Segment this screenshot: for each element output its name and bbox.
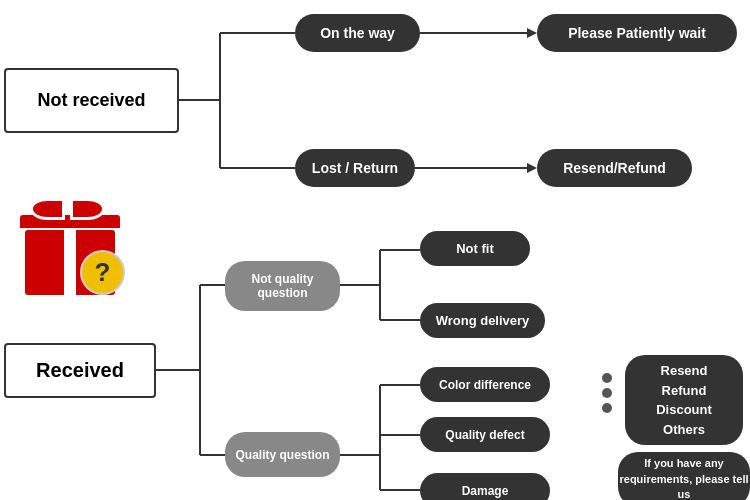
quality-question-box: Quality question [225, 432, 340, 477]
question-badge: ? [80, 250, 125, 295]
svg-marker-5 [527, 28, 537, 38]
not-fit-box: Not fit [420, 231, 530, 266]
svg-point-21 [602, 373, 612, 383]
gift-icon: ? [10, 185, 140, 295]
please-wait-box: Please Patiently wait [537, 14, 737, 52]
requirements-box: If you have any requirements, please tel… [618, 452, 750, 500]
resend-refund-top-box: Resend/Refund [537, 149, 692, 187]
received-box: Received [4, 343, 156, 398]
not-received-box: Not received [4, 68, 179, 133]
gift-ribbon-v [64, 230, 76, 295]
color-difference-box: Color difference [420, 367, 550, 402]
diagram: Not received On the way Please Patiently… [0, 0, 750, 500]
gift-bow-left [30, 198, 65, 220]
resend-refund-right-label: Resend Refund Discount Others [656, 361, 712, 439]
gift-bow-right [70, 198, 105, 220]
lost-return-box: Lost / Return [295, 149, 415, 187]
wrong-delivery-box: Wrong delivery [420, 303, 545, 338]
quality-defect-box: Quality defect [420, 417, 550, 452]
svg-point-22 [602, 388, 612, 398]
damage-box: Damage [420, 473, 550, 500]
on-the-way-box: On the way [295, 14, 420, 52]
resend-refund-right-box: Resend Refund Discount Others [625, 355, 743, 445]
svg-marker-7 [527, 163, 537, 173]
svg-point-23 [602, 403, 612, 413]
not-quality-box: Not quality question [225, 261, 340, 311]
